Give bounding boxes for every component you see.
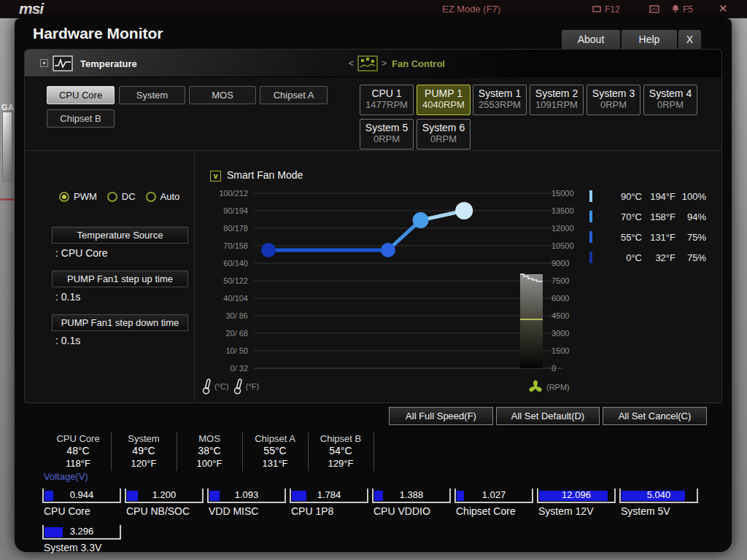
screenshot-icon[interactable] (592, 6, 601, 13)
voltage-gauge-system-5v: 5.040 System 5V (619, 489, 698, 517)
thermometer-icon (233, 378, 244, 395)
radio-dc[interactable] (107, 192, 117, 202)
fan-button-system6[interactable]: System 60RPM (417, 119, 471, 149)
tab-system[interactable]: System (119, 86, 185, 104)
svg-text:7500: 7500 (551, 276, 569, 285)
temp-readout-chipset-b: Chipset B54°C129°F (303, 433, 378, 470)
svg-text:12000: 12000 (551, 224, 574, 233)
temperature-source-value: : CPU Core (55, 247, 108, 259)
close-button[interactable]: X (678, 30, 701, 49)
svg-text:80/178: 80/178 (223, 224, 248, 233)
legend-color-bar (589, 190, 592, 202)
svg-text:40/104: 40/104 (223, 294, 248, 303)
voltage-gauge-cpu-1p8: 1.784 CPU 1P8 (290, 489, 368, 517)
fan-nav-left-arrow[interactable]: < (349, 58, 354, 69)
monitor-panel: Temperature < > Fan Control CPU Core Sys… (24, 49, 722, 403)
svg-text:0: 0 (551, 364, 556, 373)
bell-icon[interactable] (671, 4, 680, 13)
svg-text:6000: 6000 (551, 294, 569, 303)
legend-row: 0°C 32°F 75% (589, 252, 706, 263)
fan-button-system1[interactable]: System 12553RPM (473, 85, 527, 115)
radio-pwm-label[interactable]: PWM (74, 191, 97, 202)
svg-text:90/194: 90/194 (223, 206, 248, 215)
about-button[interactable]: About (562, 30, 620, 49)
background-left-widget (2, 112, 12, 182)
temp-readout-chipset-a: Chipset A55°C131°F (238, 433, 312, 470)
step-up-time-button[interactable]: PUMP Fan1 step up time (52, 271, 188, 287)
fahrenheit-unit-label: (°F) (246, 382, 259, 391)
fan-button-system3[interactable]: System 30RPM (587, 85, 640, 115)
screen: GA msi EZ Mode (F7) F12 F5 ✕ Hardware Mo… (0, 0, 747, 560)
tab-cpu-core[interactable]: CPU Core (47, 86, 115, 104)
thermometer-icon (202, 378, 212, 395)
fan-button-system4[interactable]: System 40RPM (643, 85, 697, 115)
all-set-cancel-button[interactable]: All Set Cancel(C) (603, 407, 707, 425)
rpm-unit-label: (RPM) (546, 383, 570, 392)
screenshot-key-label: F12 (605, 4, 620, 15)
all-set-default-button[interactable]: All Set Default(D) (496, 407, 600, 425)
fan-button-system2[interactable]: System 21091RPM (530, 85, 584, 115)
bios-close-icon[interactable]: ✕ (719, 2, 728, 15)
msi-logo: msi (19, 0, 43, 18)
help-button[interactable]: Help (622, 30, 677, 49)
tab-chipset-a[interactable]: Chipset A (260, 86, 328, 104)
svg-text:10/ 50: 10/ 50 (225, 346, 248, 355)
fan-nav-right-arrow[interactable]: > (382, 58, 387, 69)
fan-button-pump1[interactable]: PUMP 14040RPM (417, 85, 471, 115)
ez-mode-button[interactable]: EZ Mode (F7) (442, 4, 500, 15)
step-down-time-button[interactable]: PUMP Fan1 step down time (52, 314, 188, 331)
radio-dc-label[interactable]: DC (122, 191, 136, 202)
tab-mos[interactable]: MOS (189, 86, 256, 104)
svg-text:4500: 4500 (551, 311, 569, 320)
fan-control-chart-icon (357, 55, 378, 71)
svg-text:100/212: 100/212 (219, 189, 248, 198)
all-full-speed-button[interactable]: All Full Speed(F) (389, 407, 493, 425)
tab-chipset-b[interactable]: Chipset B (47, 109, 115, 128)
radio-pwm[interactable] (59, 192, 69, 202)
fan-button-cpu1[interactable]: CPU 11477RPM (360, 85, 414, 115)
legend-row: 70°C 158°F 94% (589, 211, 706, 222)
svg-text:15000: 15000 (551, 189, 574, 198)
voltage-gauge-system-3v3: 3.296 System 3.3V (42, 525, 121, 553)
radio-auto-label[interactable]: Auto (160, 191, 180, 202)
dialog-title: Hardware Monitor (33, 25, 163, 42)
voltage-section-title: Voltage(V) (44, 471, 88, 482)
legend-row: 55°C 131°F 75% (589, 231, 706, 243)
fan-curve-point[interactable] (413, 212, 429, 228)
voltage-gauge-chipset-core: 1.027 Chipset Core (454, 489, 533, 517)
svg-text:10500: 10500 (551, 241, 574, 250)
temperature-waveform-icon (53, 55, 73, 71)
voltage-gauge-cpu-core: 0.944 CPU Core (42, 489, 121, 517)
voltage-gauge-cpu-vddio: 1.388 CPU VDDIO (372, 489, 451, 517)
fan-curve-chart: 100/2121500090/1941350080/1781200070/158… (194, 150, 723, 402)
image-icon[interactable] (649, 5, 659, 13)
voltage-gauge-vdd-misc: 1.093 VDD MISC (207, 489, 286, 517)
rpm-axis-units: (RPM) (528, 380, 570, 394)
svg-text:3000: 3000 (551, 329, 569, 338)
bios-top-bar: msi EZ Mode (F7) F12 F5 ✕ (0, 0, 747, 18)
temperature-source-button[interactable]: Temperature Source (52, 227, 188, 244)
legend-row: 90°C 194°F 100% (589, 190, 706, 202)
celsius-unit-label: (°C) (214, 382, 229, 391)
svg-text:50/122: 50/122 (223, 276, 248, 285)
fan-curve-point[interactable] (261, 243, 276, 257)
panel-header: Temperature < > Fan Control (25, 50, 721, 77)
fan-icon (528, 380, 543, 394)
temp-readout-cpu-core: CPU Core48°C118°F (41, 433, 115, 470)
voltage-gauge-system-12v: 12.096 System 12V (537, 489, 616, 517)
svg-text:30/ 86: 30/ 86 (225, 311, 248, 320)
fan-curve-point[interactable] (381, 243, 395, 257)
fan-curve-layer[interactable] (261, 202, 473, 257)
fan-button-system5[interactable]: System 50RPM (360, 119, 414, 149)
fan-curve-point[interactable] (455, 202, 473, 219)
temp-readout-mos: MOS38°C100°F (172, 433, 247, 470)
rpm-history-bar (520, 274, 543, 368)
legend-color-bar (589, 231, 592, 243)
legend-color-bar (589, 252, 592, 263)
expand-box-icon[interactable] (40, 59, 48, 67)
step-down-time-value: : 0.1s (55, 335, 80, 346)
radio-auto[interactable] (146, 192, 156, 202)
svg-text:20/ 68: 20/ 68 (225, 329, 248, 338)
hardware-monitor-dialog: Hardware Monitor About Help X Temperatur… (15, 18, 732, 552)
fan-control-section-title: Fan Control (392, 58, 445, 69)
